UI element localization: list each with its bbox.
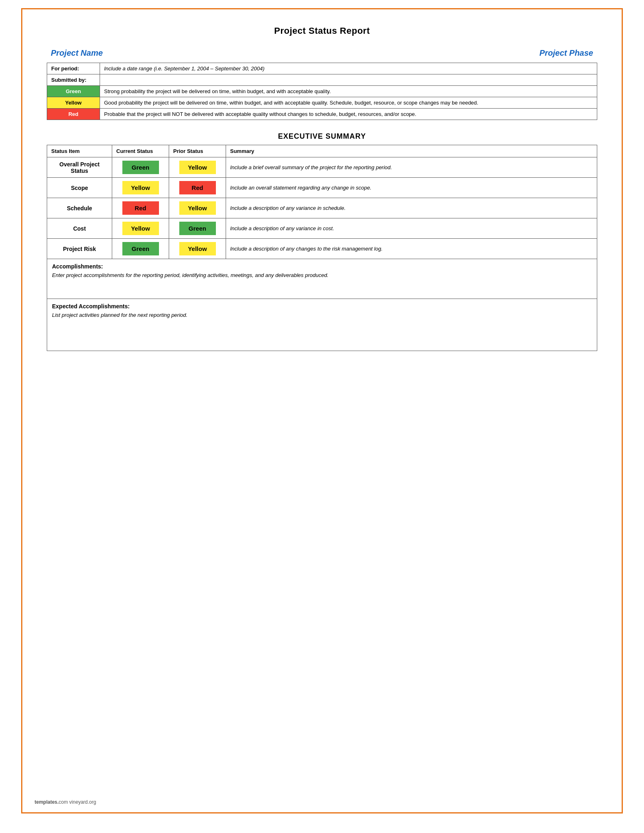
- footer-text1: templates.: [35, 799, 59, 805]
- project-name-label: Project Name: [51, 48, 103, 58]
- expected-accomplishments-title: Expected Accomplishments:: [52, 303, 592, 310]
- footer: templates.com vineyard.org: [35, 799, 96, 805]
- accomplishments-section: Accomplishments: Enter project accomplis…: [47, 259, 597, 299]
- exec-row: Project RiskGreenYellowInclude a descrip…: [47, 239, 597, 259]
- legend-red-row: Red Probable that the project will NOT b…: [47, 109, 597, 120]
- exec-row-prior: Yellow: [169, 198, 226, 218]
- accomplishments-title: Accomplishments:: [52, 263, 592, 270]
- legend-yellow-row: Yellow Good probability the project will…: [47, 97, 597, 109]
- exec-row-item: Project Risk: [47, 239, 112, 259]
- exec-row-summary: Include a description of any variance in…: [226, 218, 597, 239]
- col-summary: Summary: [226, 145, 597, 157]
- exec-row: CostYellowGreenInclude a description of …: [47, 218, 597, 239]
- red-legend-badge: Red: [47, 109, 100, 120]
- exec-row-prior: Green: [169, 218, 226, 239]
- footer-text2: com: [59, 799, 68, 805]
- exec-table-header-row: Status Item Current Status Prior Status …: [47, 145, 597, 157]
- for-period-label: For period:: [47, 63, 100, 74]
- exec-row-current: Green: [112, 239, 169, 259]
- submitted-by-label: Submitted by:: [47, 74, 100, 86]
- page-title: Project Status Report: [47, 26, 597, 36]
- exec-row-current: Yellow: [112, 218, 169, 239]
- exec-row-summary: Include a description of any variance in…: [226, 198, 597, 218]
- exec-row-item: Cost: [47, 218, 112, 239]
- legend-green-row: Green Strong probability the project wil…: [47, 86, 597, 97]
- submitted-by-value: [100, 74, 597, 86]
- exec-row-summary: Include a brief overall summary of the p…: [226, 157, 597, 178]
- for-period-value: Include a date range (i.e. September 1, …: [100, 63, 597, 74]
- footer-text3: vineyard.org: [68, 799, 96, 805]
- executive-summary-table: Status Item Current Status Prior Status …: [47, 145, 597, 259]
- exec-row-summary: Include an overall statement regarding a…: [226, 178, 597, 198]
- exec-row-prior: Yellow: [169, 239, 226, 259]
- accomplishments-text: Enter project accomplishments for the re…: [52, 272, 592, 278]
- exec-row-current: Green: [112, 157, 169, 178]
- expected-accomplishments-section: Expected Accomplishments: List project a…: [47, 299, 597, 351]
- submitted-by-row: Submitted by:: [47, 74, 597, 86]
- yellow-legend-description: Good probability the project will be del…: [100, 97, 597, 109]
- exec-row-item: Overall ProjectStatus: [47, 157, 112, 178]
- exec-row-summary: Include a description of any changes to …: [226, 239, 597, 259]
- green-legend-badge: Green: [47, 86, 100, 97]
- exec-row: ScheduleRedYellowInclude a description o…: [47, 198, 597, 218]
- exec-row-item: Scope: [47, 178, 112, 198]
- exec-row-prior: Red: [169, 178, 226, 198]
- col-status-item: Status Item: [47, 145, 112, 157]
- for-period-row: For period: Include a date range (i.e. S…: [47, 63, 597, 74]
- exec-row-current: Yellow: [112, 178, 169, 198]
- page-border: Project Status Report Project Name Proje…: [21, 8, 623, 813]
- info-table: For period: Include a date range (i.e. S…: [47, 63, 597, 120]
- exec-row-prior: Yellow: [169, 157, 226, 178]
- col-prior-status: Prior Status: [169, 145, 226, 157]
- exec-row-item: Schedule: [47, 198, 112, 218]
- green-legend-description: Strong probability the project will be d…: [100, 86, 597, 97]
- exec-row: ScopeYellowRedInclude an overall stateme…: [47, 178, 597, 198]
- red-legend-description: Probable that the project will NOT be de…: [100, 109, 597, 120]
- yellow-legend-badge: Yellow: [47, 97, 100, 109]
- exec-row-current: Red: [112, 198, 169, 218]
- expected-accomplishments-text: List project activities planned for the …: [52, 312, 592, 318]
- col-current-status: Current Status: [112, 145, 169, 157]
- project-header: Project Name Project Phase: [47, 48, 597, 58]
- project-phase-label: Project Phase: [540, 48, 593, 58]
- exec-row: Overall ProjectStatusGreenYellowInclude …: [47, 157, 597, 178]
- executive-summary-title: EXECUTIVE SUMMARY: [47, 132, 597, 141]
